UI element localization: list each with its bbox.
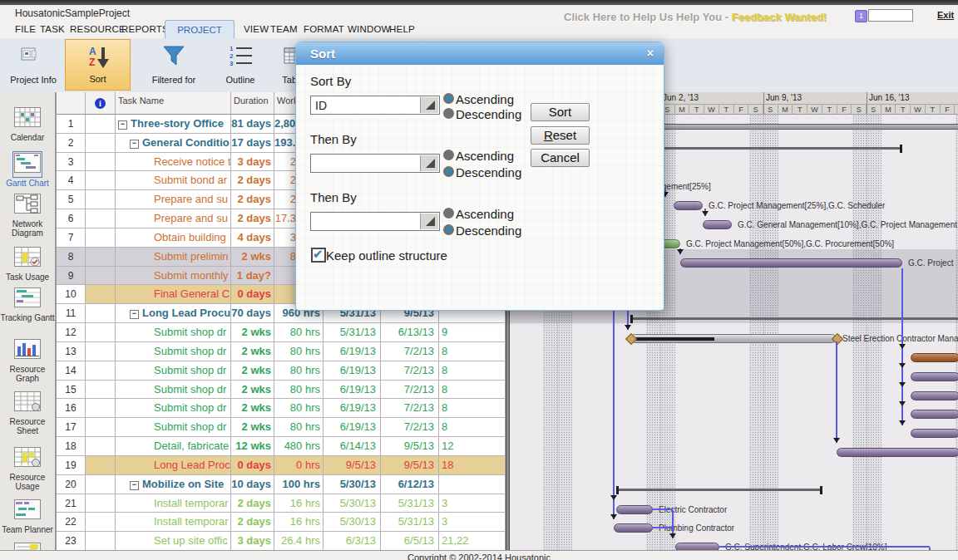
feedback-highlight[interactable]: Feedback Wanted! bbox=[732, 11, 827, 23]
keep-outline-checkbox[interactable] bbox=[311, 248, 326, 263]
dropdown-arrow-icon bbox=[426, 159, 435, 168]
duration-cell: 0 days bbox=[231, 285, 274, 303]
toolbar-button-sort[interactable]: AZSort bbox=[65, 39, 131, 91]
ascending-radio-1[interactable] bbox=[443, 93, 454, 104]
table-row[interactable]: 20−Mobilize on Site10 days100 hrs5/30/13… bbox=[57, 475, 506, 494]
task-bar[interactable] bbox=[911, 410, 958, 419]
menu-item-view[interactable]: VIEW bbox=[244, 24, 269, 34]
descending-radio-3[interactable] bbox=[443, 224, 454, 235]
finish-cell: 6/12/13 bbox=[381, 475, 439, 494]
sidebar-item-resource-sheet[interactable]: Resource Sheet bbox=[0, 391, 55, 435]
sidebar-item-task-usage[interactable]: Task Usage bbox=[0, 246, 55, 282]
menu-item-file[interactable]: FILE bbox=[15, 24, 36, 34]
toolbar-button-label: Sort bbox=[66, 74, 130, 84]
dropdown-button[interactable] bbox=[420, 214, 438, 229]
task-bar[interactable] bbox=[630, 334, 837, 343]
menu-item-help[interactable]: HELP bbox=[389, 24, 415, 34]
sidebar-item-resource-usage[interactable]: Resource Usage bbox=[0, 446, 55, 491]
table-row[interactable]: 22Install temporar2 days16 hrs5/30/135/3… bbox=[57, 513, 506, 532]
table-row[interactable]: 16Submit shop dr2 wks80 hrs6/19/137/2/13… bbox=[57, 399, 506, 418]
table-row[interactable]: 15Submit shop dr2 wks80 hrs6/19/137/2/13… bbox=[57, 381, 506, 400]
dependency-line bbox=[836, 341, 837, 443]
then-by-dropdown-1[interactable] bbox=[310, 154, 440, 173]
task-bar[interactable] bbox=[911, 372, 958, 381]
row-number: 12 bbox=[57, 323, 86, 341]
dropdown-button[interactable] bbox=[420, 97, 438, 113]
column-header-task-name[interactable]: Task Name bbox=[116, 92, 231, 115]
then-by-dropdown-2[interactable] bbox=[310, 212, 440, 231]
task-name-cell: −Long Lead Procu bbox=[116, 304, 231, 322]
duration-cell: 2 days bbox=[231, 171, 274, 189]
menu-item-task[interactable]: TASK bbox=[40, 24, 65, 34]
collapse-icon[interactable]: − bbox=[118, 120, 127, 130]
sidebar-item-calendar[interactable]: Calendar bbox=[0, 106, 55, 142]
svg-text:3: 3 bbox=[230, 60, 234, 67]
sort-button[interactable]: Sort bbox=[531, 103, 590, 121]
dialog-titlebar[interactable]: Sort × bbox=[296, 42, 664, 65]
collapse-icon[interactable]: − bbox=[130, 140, 139, 149]
toolbar-button-outline[interactable]: 123Outline bbox=[213, 39, 268, 91]
ascending-radio-2[interactable] bbox=[443, 150, 454, 160]
sidebar-item-team-planner[interactable]: Team Planner bbox=[0, 499, 55, 534]
sidebar-item-tracking-gantt[interactable]: Tracking Gantt bbox=[0, 287, 55, 322]
exit-link[interactable]: Exit bbox=[937, 10, 954, 20]
table-row[interactable]: 13Submit shop dr2 wks80 hrs6/19/137/2/13… bbox=[57, 342, 506, 361]
task-name-cell: Submit shop dr bbox=[116, 361, 231, 380]
column-header-info[interactable]: i bbox=[86, 92, 116, 115]
table-row[interactable]: 14Submit shop dr2 wks80 hrs6/19/137/2/13… bbox=[57, 361, 506, 381]
menu-item-format[interactable]: FORMAT bbox=[304, 24, 344, 34]
menu-item-reports[interactable]: REPORTS bbox=[121, 24, 169, 34]
row-number: 11 bbox=[57, 304, 86, 322]
row-number: 22 bbox=[57, 513, 86, 531]
feedback-link[interactable]: Click Here to Help Us Help You - Feedbac… bbox=[564, 11, 827, 23]
ascending-radio-3[interactable] bbox=[443, 208, 454, 219]
dropdown-button[interactable] bbox=[420, 155, 438, 171]
menu-item-team[interactable]: TEAM bbox=[270, 24, 298, 34]
descending-radio-2[interactable] bbox=[443, 166, 454, 177]
descending-radio-1[interactable] bbox=[443, 108, 454, 119]
reset-button[interactable]: Reset bbox=[531, 126, 590, 145]
task-bar[interactable] bbox=[911, 429, 958, 438]
task-bar[interactable] bbox=[837, 448, 958, 457]
sidebar-item-resource-graph[interactable]: Resource Graph bbox=[0, 338, 55, 383]
row-info bbox=[86, 115, 116, 133]
table-row[interactable]: 19Long Lead Proc0 days0 hrs9/5/139/5/131… bbox=[57, 456, 506, 475]
close-icon[interactable]: × bbox=[647, 47, 654, 60]
sidebar-item-network-diagram[interactable]: Network Diagram bbox=[0, 193, 55, 238]
column-header-duration[interactable]: Duration bbox=[231, 92, 274, 115]
table-row[interactable]: 21Install temporar2 days16 hrs5/30/135/3… bbox=[57, 494, 506, 513]
day-letter: T bbox=[793, 104, 807, 115]
feedback-input[interactable] bbox=[868, 9, 913, 22]
row-number: 5 bbox=[57, 190, 86, 209]
duration-cell: 2 wks bbox=[231, 418, 274, 436]
column-header-num[interactable] bbox=[57, 92, 86, 115]
sidebar-item-gantt-chart[interactable]: Gantt Chart bbox=[0, 152, 55, 188]
work-cell: 16 hrs bbox=[274, 513, 323, 531]
start-cell: 6/19/13 bbox=[323, 399, 381, 417]
table-row[interactable]: 17Submit shop dr2 wks80 hrs6/19/137/2/13… bbox=[57, 418, 506, 437]
menu-item-resource[interactable]: RESOURCE bbox=[70, 24, 126, 34]
task-bar[interactable] bbox=[614, 523, 653, 533]
task-bar[interactable] bbox=[911, 353, 958, 362]
task-bar[interactable] bbox=[674, 201, 703, 210]
task-bar[interactable] bbox=[703, 220, 732, 229]
toolbar-button-project-info[interactable]: Project Info bbox=[7, 39, 60, 91]
cancel-button[interactable]: Cancel bbox=[531, 149, 590, 167]
row-info bbox=[86, 285, 116, 303]
task-bar[interactable] bbox=[616, 505, 653, 514]
collapse-icon[interactable]: − bbox=[130, 310, 139, 319]
menu-item-window[interactable]: WINDOW bbox=[348, 24, 391, 34]
table-row[interactable]: 23Set up site offic3 days26.4 hrs6/3/136… bbox=[57, 532, 506, 551]
row-info bbox=[86, 171, 116, 189]
predecessors-cell: 8 bbox=[439, 399, 506, 417]
table-row[interactable]: 12Submit shop dr2 wks80 hrs5/31/136/13/1… bbox=[57, 323, 506, 342]
toolbar-button-label: Outline bbox=[213, 75, 268, 85]
sort-by-dropdown[interactable]: ID bbox=[310, 96, 440, 115]
tab-project[interactable]: PROJECT bbox=[165, 20, 235, 40]
task-bar[interactable] bbox=[911, 391, 958, 400]
task-bar[interactable] bbox=[680, 258, 902, 268]
toolbar-button-filtered-for[interactable]: Filtered for bbox=[138, 39, 210, 91]
collapse-icon[interactable]: − bbox=[130, 481, 139, 490]
table-row[interactable]: 18Detail, fabricate12 wks480 hrs6/14/139… bbox=[57, 437, 506, 456]
row-number: 7 bbox=[57, 228, 86, 247]
